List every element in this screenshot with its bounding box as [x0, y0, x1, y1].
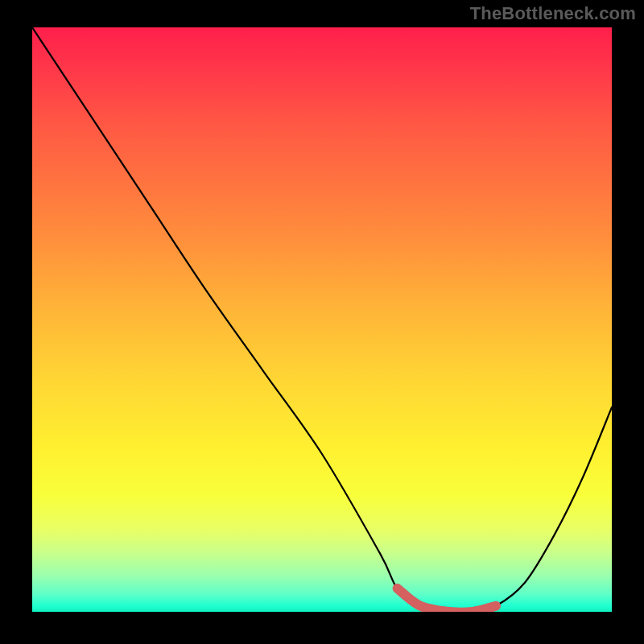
curve-svg: [32, 27, 612, 612]
chart-frame: TheBottleneck.com: [0, 0, 644, 644]
optimal-highlight: [398, 588, 496, 612]
bottleneck-curve: [32, 27, 612, 612]
watermark-text: TheBottleneck.com: [470, 3, 636, 24]
plot-area: [32, 27, 612, 612]
